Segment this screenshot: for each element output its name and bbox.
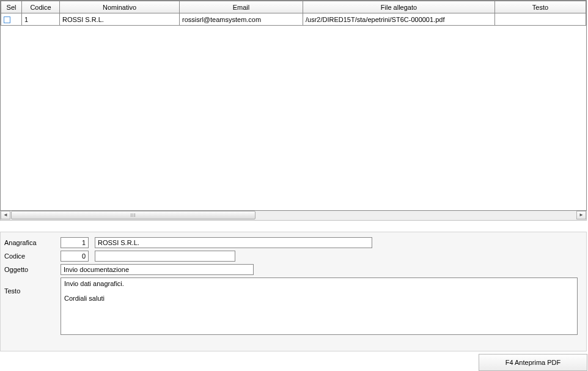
scroll-left-arrow-icon[interactable]: ◄ [1,211,10,219]
col-header-email[interactable]: Email [180,1,303,13]
action-bar: F4 Anteprima PDF [0,354,588,371]
label-oggetto: Oggetto [4,266,54,273]
cell-email[interactable]: rossisrl@teamsystem.com [180,13,303,26]
scroll-right-arrow-icon[interactable]: ► [576,211,586,219]
col-header-testo[interactable]: Testo [495,1,586,13]
cell-testo[interactable] [495,13,586,26]
table-row[interactable]: 1 ROSSI S.R.L. rossisrl@teamsystem.com /… [1,13,586,26]
cell-sel[interactable] [1,13,22,26]
cell-codice[interactable]: 1 [22,13,60,26]
data-table: Sel Codice Nominativo Email File allegat… [1,1,586,26]
scroll-track[interactable] [11,211,576,220]
cell-file-allegato[interactable]: /usr2/DIRED15T/sta/epetrini/ST6C-000001.… [303,13,495,26]
testo-textarea[interactable] [61,277,578,335]
cell-nominativo[interactable]: ROSSI S.R.L. [60,13,180,26]
detail-form-panel: Anagrafica Codice Oggetto Testo [0,232,587,351]
codice-desc-field[interactable] [95,251,235,262]
col-header-sel[interactable]: Sel [1,1,22,13]
oggetto-field[interactable] [61,264,254,275]
label-testo: Testo [4,277,54,295]
col-header-nominativo[interactable]: Nominativo [60,1,180,13]
label-codice: Codice [4,252,54,260]
label-anagrafica: Anagrafica [4,239,54,246]
select-checkbox[interactable] [4,17,10,23]
grid-area: Sel Codice Nominativo Email File allegat… [0,0,587,211]
table-header-row: Sel Codice Nominativo Email File allegat… [1,1,586,13]
codice-id-field[interactable] [61,251,89,262]
anteprima-pdf-button[interactable]: F4 Anteprima PDF [479,354,587,371]
col-header-file-allegato[interactable]: File allegato [303,1,495,13]
scroll-thumb[interactable] [11,211,255,219]
horizontal-scrollbar[interactable]: ◄ ► [0,211,587,221]
col-header-codice[interactable]: Codice [22,1,60,13]
anagrafica-id-field[interactable] [61,237,89,248]
anagrafica-nome-field[interactable] [95,237,372,248]
